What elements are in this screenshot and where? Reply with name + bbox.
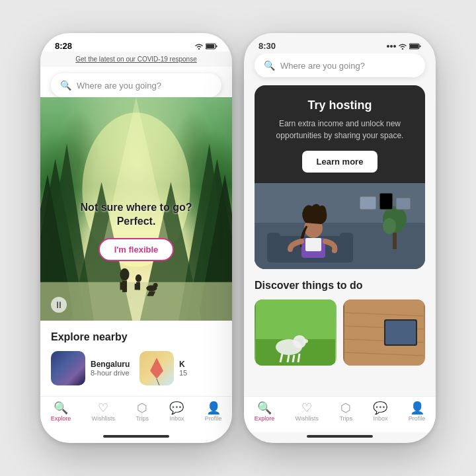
- nearby-bengaluru[interactable]: Bengaluru 8-hour drive: [51, 351, 133, 385]
- svg-rect-44: [396, 198, 411, 210]
- time-2: 8:30: [258, 41, 276, 51]
- bengaluru-bg: [51, 351, 85, 385]
- hero-text-area: Not sure where to go? Perfect. I'm flexi…: [40, 201, 232, 261]
- kite-name: K: [179, 360, 221, 369]
- search-bar-2[interactable]: 🔍 Where are you going?: [255, 54, 425, 77]
- svg-line-53: [288, 355, 289, 362]
- kite-sub: 15: [179, 369, 221, 377]
- kite-info: K 15: [179, 360, 221, 377]
- profile-icon-2: 👤: [410, 402, 424, 414]
- svg-rect-63: [385, 321, 416, 344]
- bengaluru-name: Bengaluru: [91, 360, 133, 369]
- svg-rect-33: [410, 44, 418, 48]
- explore-icon-2: 🔍: [257, 402, 272, 414]
- host-image-svg: [255, 183, 425, 269]
- hosting-card: Try hosting Earn extra income and unlock…: [255, 85, 425, 269]
- kite-svg: [139, 351, 174, 385]
- svg-rect-16: [124, 282, 127, 290]
- svg-point-41: [383, 218, 396, 234]
- nav-profile-1[interactable]: 👤 Profile: [205, 402, 222, 422]
- svg-rect-15: [120, 282, 124, 290]
- nearby-kite[interactable]: K 15: [139, 351, 221, 385]
- inbox-icon: 💬: [169, 402, 184, 414]
- hosting-image: [255, 183, 425, 269]
- kite-thumb: [139, 351, 174, 385]
- hosting-desc: Earn extra income and unlock new opportu…: [265, 118, 415, 141]
- wifi-icon: [195, 43, 203, 50]
- svg-point-29: [390, 45, 393, 48]
- airbnb-logo-icon-2: ⬡: [340, 402, 351, 414]
- nav-inbox-1[interactable]: 💬 Inbox: [169, 402, 184, 422]
- battery-icon: [206, 43, 218, 50]
- hero-forest: Not sure where to go? Perfect. I'm flexi…: [40, 97, 232, 321]
- nav-profile-2[interactable]: 👤 Profile: [409, 402, 426, 422]
- home-indicator-1: [103, 435, 169, 438]
- discover-section: Discover things to do: [244, 269, 436, 376]
- status-icons-2: [387, 43, 421, 50]
- discover-item-1[interactable]: [255, 299, 337, 366]
- hero-text: Not sure where to go? Perfect.: [40, 201, 232, 229]
- pause-button[interactable]: ⏸: [51, 297, 67, 313]
- learn-more-button[interactable]: Learn more: [302, 151, 378, 173]
- search-icon-1: 🔍: [60, 80, 71, 91]
- wifi-icon-2: [399, 43, 407, 50]
- covid-banner[interactable]: Get the latest on our COVID-19 response: [40, 52, 232, 67]
- svg-point-28: [387, 45, 389, 48]
- airbnb-logo-icon: ⬡: [137, 402, 147, 414]
- discover-item-2[interactable]: [343, 299, 425, 366]
- explore-title: Explore nearby: [51, 331, 221, 343]
- nav-wishlists-2[interactable]: ♡ Wishlists: [296, 402, 319, 422]
- svg-rect-32: [420, 45, 421, 47]
- svg-line-55: [298, 354, 299, 362]
- phones-container: 8:28 Get the latest on our COVID-19 resp…: [27, 20, 449, 456]
- svg-point-13: [120, 268, 130, 281]
- nav-wishlists-1[interactable]: ♡ Wishlists: [92, 402, 116, 422]
- flexible-button[interactable]: I'm flexible: [99, 238, 175, 261]
- svg-point-17: [136, 274, 141, 282]
- svg-point-30: [393, 45, 396, 48]
- time-1: 8:28: [55, 41, 72, 51]
- discover-green-svg: [255, 299, 337, 366]
- bottom-nav-2: 🔍 Explore ♡ Wishlists ⬡ Trips 💬 Inbox 👤 …: [244, 396, 436, 432]
- discover-wood-svg: [343, 299, 425, 366]
- wishlists-icon: ♡: [98, 402, 108, 414]
- discover-grid: [255, 299, 425, 366]
- svg-point-22: [153, 283, 158, 288]
- svg-rect-37: [267, 233, 280, 262]
- svg-rect-47: [305, 238, 321, 251]
- nav-inbox-2[interactable]: 💬 Inbox: [373, 402, 387, 422]
- search-bar-1[interactable]: 🔍 Where are you going?: [51, 73, 221, 97]
- kite-bg: [139, 351, 174, 385]
- nav-explore-1[interactable]: 🔍 Explore: [51, 402, 71, 422]
- svg-point-56: [303, 339, 308, 343]
- inbox-icon-2: 💬: [373, 402, 387, 414]
- svg-line-54: [293, 355, 294, 362]
- bengaluru-thumb: [51, 351, 85, 385]
- battery-icon-2: [409, 43, 421, 50]
- svg-rect-20: [138, 284, 139, 290]
- nav-trips-1[interactable]: ⬡ Trips: [136, 402, 149, 422]
- svg-rect-38: [340, 233, 353, 262]
- nav-trips-2[interactable]: ⬡ Trips: [339, 402, 352, 422]
- hosting-text-area: Try hosting Earn extra income and unlock…: [255, 85, 425, 183]
- phone-2: 8:30 🔍 Where are you: [244, 33, 436, 443]
- bottom-nav-1: 🔍 Explore ♡ Wishlists ⬡ Trips 💬 Inbox 👤 …: [40, 396, 232, 432]
- bengaluru-info: Bengaluru 8-hour drive: [91, 360, 133, 377]
- phone2-content: 🔍 Where are you going? Try hosting Earn …: [244, 54, 436, 396]
- explore-icon: 🔍: [54, 402, 68, 414]
- svg-rect-19: [135, 284, 137, 290]
- explore-section: Explore nearby Bengaluru 8-hour drive: [40, 321, 232, 396]
- wishlists-icon-2: ♡: [301, 402, 312, 414]
- profile-icon: 👤: [206, 402, 221, 414]
- nearby-grid: Bengaluru 8-hour drive K: [51, 351, 221, 385]
- svg-rect-42: [360, 196, 376, 210]
- svg-rect-2: [206, 44, 214, 48]
- status-bar-1: 8:28: [40, 33, 232, 54]
- home-indicator-2: [307, 435, 373, 438]
- signal-icon: [387, 44, 396, 49]
- hero-area: Not sure where to go? Perfect. I'm flexi…: [40, 97, 232, 321]
- nav-explore-2[interactable]: 🔍 Explore: [255, 402, 275, 422]
- discover-title: Discover things to do: [255, 280, 425, 292]
- search-icon-2: 🔍: [264, 60, 275, 71]
- svg-line-27: [157, 379, 159, 385]
